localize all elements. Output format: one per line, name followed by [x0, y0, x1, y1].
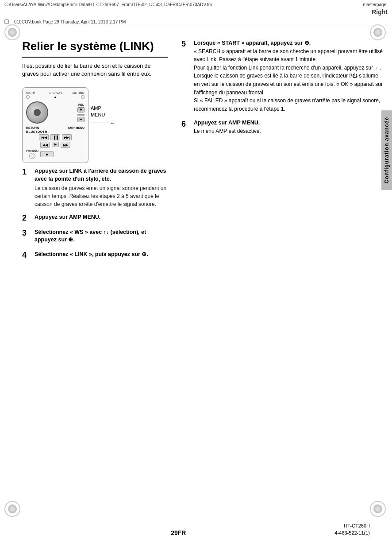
masterpage-label: masterpage:: [363, 2, 388, 8]
step-4-title: Sélectionnez « LINK », puis appuyez sur …: [35, 251, 168, 259]
arrow-shaft: [91, 123, 108, 123]
step-5-content: Lorsque « START » apparaît, appuyez sur …: [194, 39, 383, 113]
stop-btn: ■: [40, 151, 54, 157]
left-column: Relier le système (LINK) Il est possible…: [22, 39, 168, 266]
step-3-content: Sélectionnez « WS » avec ↑↓ (sélection),…: [35, 229, 168, 245]
right-column: 5 Lorsque « START » apparaît, appuyez su…: [181, 39, 383, 266]
muting-dot: [81, 95, 85, 99]
step-1-title: Appuyez sur LINK à l'arrière du caisson …: [35, 167, 168, 183]
page-title: Relier le système (LINK): [22, 39, 168, 58]
step-1-content: Appuyez sur LINK à l'arrière du caisson …: [35, 167, 168, 208]
vol-label: VOL: [78, 103, 84, 106]
step-1: 1 Appuyez sur LINK à l'arrière du caisso…: [22, 167, 168, 208]
remote-knob-area: VOL + −: [26, 101, 85, 124]
step-2-content: Appuyez sur AMP MENU.: [35, 213, 168, 223]
step-3-number: 3: [22, 229, 31, 238]
model-number: HT-CT260H: [334, 523, 370, 529]
step-4-content: Sélectionnez « LINK », puis appuyez sur …: [35, 251, 168, 260]
return-label: RETURN: [26, 126, 39, 129]
footer-right: HT-CT260H 4-463-522-11(1): [334, 523, 370, 536]
part-number: 4-463-522-11(1): [334, 530, 370, 536]
path-text: C:\Users\ALAYA-Win7\Desktop\Eric's Data\…: [4, 2, 212, 7]
remote-illustration-area: NIGHT DISPLAY MUTING ✦ VOL +: [22, 87, 168, 163]
corner-circle-br: [370, 501, 386, 517]
amp-menu-arrow-label: AMPMENU: [91, 105, 115, 119]
step-2-number: 2: [22, 213, 31, 223]
step-2-title: Appuyez sur AMP MENU.: [35, 213, 168, 221]
bt-row-2: ◀◀ ▶ ▶▶: [26, 142, 85, 148]
bullet-icon: [4, 19, 9, 24]
arrow-line: ←: [91, 120, 115, 126]
corner-decor-bl: [4, 501, 22, 519]
step-5-number: 5: [181, 39, 190, 49]
step-6: 6 Appuyez sur AMP MENU. Le menu AMP est …: [181, 120, 383, 136]
main-content: Relier le système (LINK) Il est possible…: [0, 26, 392, 275]
book-info-text: 010COV.book Page 29 Thursday, April 11, …: [14, 19, 126, 24]
bt-prev-btn: |◀◀: [39, 134, 49, 140]
arrow-head: ←: [109, 120, 115, 126]
bt-play2-btn: ▶: [52, 142, 59, 147]
step-3-title: Sélectionnez « WS » avec ↑↓ (sélection),…: [35, 229, 168, 244]
step-4-number: 4: [22, 251, 31, 260]
amp-menu-side-label: AMPMENU ←: [88, 105, 115, 126]
steps-1-4: 1 Appuyez sur LINK à l'arrière du caisso…: [22, 167, 168, 260]
step-6-content: Appuyez sur AMP MENU. Le menu AMP est dé…: [194, 120, 383, 136]
step-5-desc: « SEARCH » apparaît et la barre de son c…: [194, 47, 383, 113]
bt-next-btn: ▶▶|: [62, 134, 72, 140]
bt-row-1: |◀◀ ▐▐ ▶▶|: [26, 134, 85, 140]
step-6-number: 6: [181, 120, 190, 129]
page-header: C:\Users\ALAYA-Win7\Desktop\Eric's Data\…: [0, 0, 392, 18]
intro-text: Il est possible de lier la barre de son …: [22, 62, 168, 79]
remote-top-labels: NIGHT DISPLAY MUTING: [26, 91, 85, 94]
return-ampmenu-labels: RETURN AMP MENU: [26, 126, 85, 129]
corner-inner-bl: [8, 504, 17, 513]
pairing-row: PAIRING ■: [26, 149, 85, 159]
bluetooth-label: BLUETOOTH: [26, 130, 85, 133]
step-6-desc: Le menu AMP est désactivé.: [194, 127, 383, 136]
vol-down-btn: −: [77, 117, 85, 122]
step-5-title: Lorsque « START » apparaît, appuyez sur …: [194, 39, 383, 46]
corner-decor-br: [370, 501, 388, 519]
step-4: 4 Sélectionnez « LINK », puis appuyez su…: [22, 251, 168, 260]
book-info-bar: 010COV.book Page 29 Thursday, April 11, …: [0, 18, 392, 26]
page-footer: 29FR HT-CT260H 4-463-522-11(1): [0, 523, 392, 536]
bt-ff-btn: ▶▶: [61, 142, 70, 148]
bt-play-btn: ▐▐: [50, 134, 60, 140]
step-1-number: 1: [22, 167, 31, 177]
bt-rew-btn: ◀◀: [40, 142, 50, 148]
side-tab: Configuration avancée: [381, 110, 392, 190]
remote-vol-column: VOL + −: [77, 103, 85, 122]
vol-up-btn: +: [77, 107, 85, 112]
page-number: 29FR: [171, 529, 186, 536]
night-dot: [26, 95, 30, 99]
night-label: NIGHT: [26, 91, 36, 94]
step-2: 2 Appuyez sur AMP MENU.: [22, 213, 168, 223]
pairing-btn: [29, 153, 35, 159]
side-tab-text: Configuration avancée: [384, 117, 390, 183]
vol-divider: [77, 114, 85, 116]
muting-label: MUTING: [72, 91, 85, 94]
pairing-col: PAIRING: [26, 149, 38, 159]
corner-circle-bl: [4, 501, 20, 517]
step-6-title: Appuyez sur AMP MENU.: [194, 120, 383, 126]
masterpage-value: Right: [363, 8, 388, 17]
remote-big-knob: [26, 101, 48, 124]
display-dot: ✦: [54, 95, 57, 100]
remote-control-image: NIGHT DISPLAY MUTING ✦ VOL +: [22, 87, 88, 163]
pairing-label: PAIRING: [26, 149, 38, 152]
step-5: 5 Lorsque « START » apparaît, appuyez su…: [181, 39, 383, 113]
masterpage-info: masterpage: Right: [363, 2, 388, 17]
step-1-desc: Le caisson de graves émet un signal sono…: [35, 184, 168, 208]
step-3: 3 Sélectionnez « WS » avec ↑↓ (sélection…: [22, 229, 168, 245]
file-path: C:\Users\ALAYA-Win7\Desktop\Eric's Data\…: [4, 2, 212, 8]
corner-inner-br: [373, 504, 382, 513]
amp-menu-label-small: AMP MENU: [68, 126, 85, 129]
display-label: DISPLAY: [50, 91, 62, 94]
